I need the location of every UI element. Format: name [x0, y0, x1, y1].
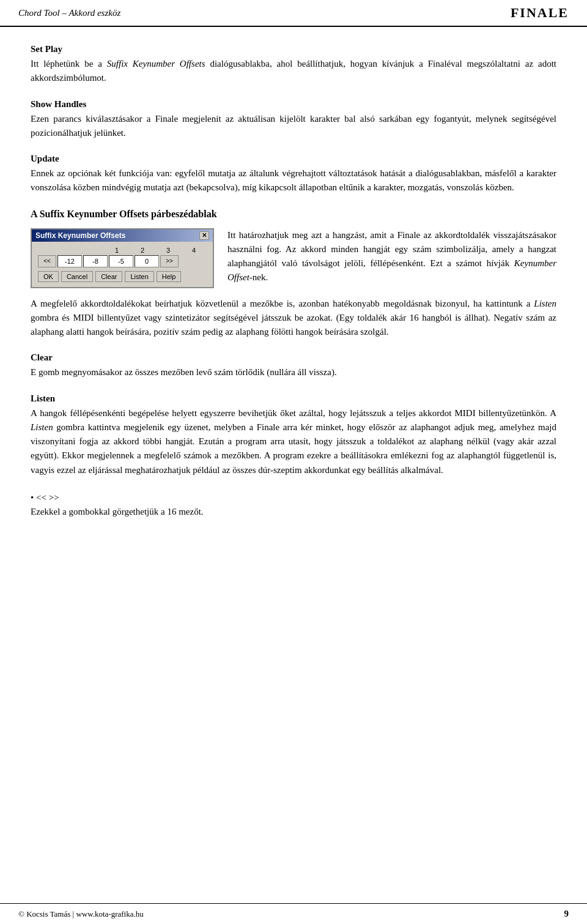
field-1[interactable]	[57, 255, 82, 267]
page-header: Chord Tool – Akkord eszköz FINALE	[0, 0, 587, 27]
show-handles-title: Show Handles	[31, 99, 556, 110]
dialog-inner: 1 2 3 4 << >>	[32, 242, 213, 287]
main-content: Set Play Itt léphetünk be a Suffix Keynu…	[0, 27, 587, 581]
section-suffix: A Suffix Keynumber Offsets párbeszédabla…	[31, 209, 556, 340]
header-brand: FINALE	[511, 5, 569, 21]
dialog-col-labels: 1 2 3 4	[38, 247, 207, 254]
dialog-layout: Suffix Keynumber Offsets ✕ 1 2 3 4 <<	[31, 228, 556, 288]
after-dialog-text: A megfelelő akkordtoldalékokat beírhatju…	[31, 297, 556, 340]
ok-button[interactable]: OK	[38, 271, 59, 282]
section-nav-buttons: • << >> Ezekkel a gombokkal görgethetjük…	[31, 491, 556, 520]
section-update: Update Ennek az opciónak két funkciója v…	[31, 154, 556, 195]
show-handles-body: Ezen parancs kiválasztásakor a Finale me…	[31, 112, 556, 141]
dialog-inputs-row: << >>	[38, 255, 207, 267]
header-title: Chord Tool – Akkord eszköz	[18, 8, 120, 18]
dialog-titlebar: Suffix Keynumber Offsets ✕	[32, 229, 213, 242]
col-label-3: 3	[155, 247, 181, 254]
clear-title: Clear	[31, 352, 556, 363]
set-play-title: Set Play	[31, 44, 556, 54]
dialog-title: Suffix Keynumber Offsets	[35, 231, 125, 240]
dialog-desc-p1: Itt határozhatjuk meg azt a hangzást, am…	[227, 230, 556, 269]
dialog-buttons: OK Cancel Clear Listen Help	[38, 271, 207, 282]
nav-right-button[interactable]: >>	[160, 255, 179, 267]
dialog-desc-p2: -nek.	[249, 272, 268, 282]
col-label-4: 4	[181, 247, 207, 254]
cancel-button[interactable]: Cancel	[61, 271, 93, 282]
field-2[interactable]	[83, 255, 108, 267]
section-listen: Listen A hangok féllépésenkénti begépelé…	[31, 393, 556, 477]
listen-button[interactable]: Listen	[125, 271, 153, 282]
update-title: Update	[31, 154, 556, 164]
section-show-handles: Show Handles Ezen parancs kiválasztásako…	[31, 99, 556, 141]
suffix-section-title: A Suffix Keynumber Offsets párbeszédabla…	[31, 209, 556, 220]
section-clear: Clear E gomb megnyomásakor az összes mez…	[31, 352, 556, 379]
dialog-close-button[interactable]: ✕	[199, 231, 209, 240]
clear-button[interactable]: Clear	[95, 271, 122, 282]
dialog-description: Itt határozhatjuk meg azt a hangzást, am…	[227, 228, 556, 285]
page-footer: © Kocsis Tamás | www.kota-grafika.hu 9	[0, 903, 587, 924]
field-3[interactable]	[109, 255, 133, 267]
clear-body: E gomb megnyomásakor az összes mezőben l…	[31, 365, 556, 379]
suffix-dialog-box: Suffix Keynumber Offsets ✕ 1 2 3 4 <<	[31, 228, 214, 288]
field-4[interactable]	[135, 255, 159, 267]
listen-title: Listen	[31, 393, 556, 404]
listen-body: A hangok féllépésenkénti begépelése hely…	[31, 406, 556, 477]
nav-bullet: • << >>	[31, 493, 59, 502]
section-set-play: Set Play Itt léphetünk be a Suffix Keynu…	[31, 44, 556, 86]
update-body: Ennek az opciónak két funkciója van: egy…	[31, 166, 556, 195]
nav-buttons-body: • << >> Ezekkel a gombokkal görgethetjük…	[31, 491, 556, 520]
col-label-1: 1	[104, 247, 130, 254]
footer-copyright: © Kocsis Tamás | www.kota-grafika.hu	[18, 909, 144, 919]
nav-buttons-desc: Ezekkel a gombokkal görgethetjük a 16 me…	[31, 507, 204, 516]
help-button[interactable]: Help	[157, 271, 182, 282]
footer-page-number: 9	[564, 909, 569, 919]
set-play-body: Itt léphetünk be a Suffix Keynumber Offs…	[31, 57, 556, 86]
nav-left-button[interactable]: <<	[38, 255, 56, 267]
col-label-2: 2	[130, 247, 155, 254]
